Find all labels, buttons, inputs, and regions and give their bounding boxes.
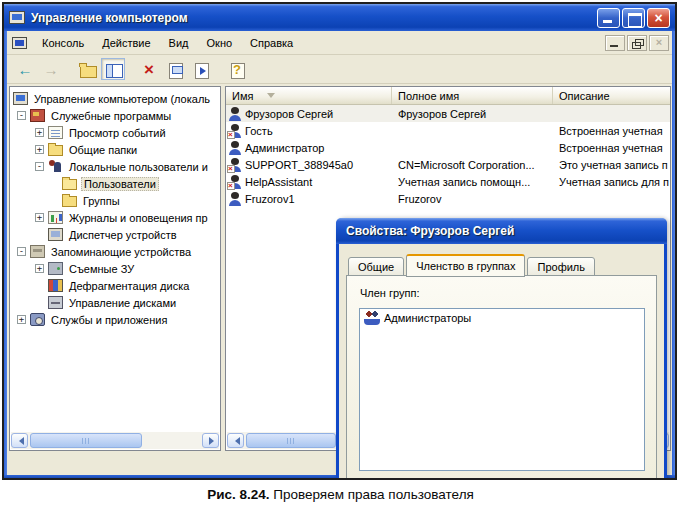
tree-item-icon <box>48 160 63 173</box>
tree-expander-icon[interactable]: + <box>35 264 44 273</box>
tree-item-icon <box>48 262 63 275</box>
Fruzorov1[interactable]: Fruzorov1 Fruzorov <box>226 190 670 207</box>
user-full-name: CN=Microsoft Corporation... <box>398 159 535 171</box>
screenshot-frame: Управление компьютером × Консоль Действи… <box>2 2 677 480</box>
user-description: Учетная запись для п <box>559 176 669 188</box>
user-full-name: Fruzorov <box>398 193 441 205</box>
menu-items: Консоль Действие Вид Окно Справка <box>33 34 302 52</box>
minimize-button[interactable] <box>597 8 620 28</box>
scroll-left-button[interactable] <box>11 433 28 448</box>
user-icon <box>228 107 242 121</box>
tree-item[interactable]: Группы <box>10 192 220 209</box>
dialog-tab[interactable]: Профиль <box>527 257 595 276</box>
tree-item-icon <box>48 145 63 156</box>
Фрузоров Сергей[interactable]: Фрузоров Сергей Фрузоров Сергей <box>226 105 670 122</box>
book-page: Управление компьютером × Консоль Действи… <box>0 0 681 514</box>
tree-item-label: Управление дисками <box>67 297 178 309</box>
dialog-tab[interactable]: Членство в группах <box>406 254 525 277</box>
tree-expander-icon[interactable]: + <box>35 128 44 137</box>
menu-item[interactable]: Вид <box>160 34 198 52</box>
mdi-restore-button[interactable] <box>627 35 647 51</box>
scrollbar-thumb[interactable] <box>30 433 142 448</box>
group-listbox[interactable]: Администраторы <box>359 308 645 471</box>
forward-button[interactable]: → <box>39 58 63 80</box>
show-hide-tree-button[interactable] <box>101 58 125 80</box>
tree-expander-icon[interactable]: - <box>17 247 26 256</box>
tree-item[interactable]: Пользователи <box>10 175 220 192</box>
group-list-item[interactable]: Администраторы <box>360 309 644 327</box>
titlebar-buttons: × <box>595 8 670 28</box>
tree-expander-icon[interactable]: + <box>17 315 26 324</box>
list-header: Имя Полное имя Описание <box>226 87 670 105</box>
user-name: HelpAssistant <box>245 176 312 188</box>
maximize-button[interactable] <box>622 8 645 28</box>
tree-item[interactable]: +Службы и приложения <box>10 311 220 328</box>
dialog-tab-label: Членство в группах <box>416 260 515 272</box>
tree-item[interactable]: +Съемные ЗУ <box>10 260 220 277</box>
column-header[interactable]: Имя <box>226 87 392 104</box>
sort-indicator-icon <box>267 93 275 98</box>
menu-item[interactable]: Консоль <box>33 34 93 52</box>
column-header[interactable]: Описание <box>553 87 670 104</box>
properties-button[interactable] <box>163 58 187 80</box>
Гость[interactable]: Гость Встроенная учетная <box>226 122 670 139</box>
scrollbar-thumb[interactable] <box>246 433 336 448</box>
scroll-right-button[interactable] <box>202 433 219 448</box>
back-button[interactable]: ← <box>13 58 37 80</box>
mdi-minimize-button[interactable] <box>605 35 625 51</box>
tree-item-label: Съемные ЗУ <box>67 263 136 275</box>
user-icon <box>228 141 242 155</box>
tree-item-label: Общие папки <box>67 144 139 156</box>
delete-button[interactable]: × <box>137 58 161 80</box>
tree-item[interactable]: -Локальные пользователи и <box>10 158 220 175</box>
disabled-badge-icon <box>227 165 235 173</box>
window-title: Управление компьютером <box>31 11 595 25</box>
up-folder-button[interactable] <box>75 58 99 80</box>
figure-caption-text: Проверяем права пользователя <box>270 487 474 502</box>
tree-item[interactable]: +Просмотр событий <box>10 124 220 141</box>
menu-item[interactable]: Окно <box>198 34 242 52</box>
dialog-tab-label: Профиль <box>537 261 585 273</box>
tree-expander-icon[interactable]: - <box>35 162 44 171</box>
help-button[interactable]: ? <box>225 58 249 80</box>
tree-item[interactable]: Управление компьютером (локаль <box>10 90 220 107</box>
mdi-close-button[interactable]: × <box>649 35 669 51</box>
export-list-button[interactable] <box>189 58 213 80</box>
scroll-left-button[interactable] <box>227 433 244 448</box>
column-header[interactable]: Полное имя <box>392 87 553 104</box>
toolbar-icon: × <box>144 61 154 78</box>
window-border-left <box>4 31 7 478</box>
SUPPORT_388945a0[interactable]: SUPPORT_388945a0 CN=Microsoft Corporatio… <box>226 156 670 173</box>
user-name: Фрузоров Сергей <box>245 108 333 120</box>
close-button[interactable]: × <box>647 8 670 28</box>
tree-item[interactable]: -Служебные программы <box>10 107 220 124</box>
dialog-titlebar[interactable]: Свойства: Фрузоров Сергей <box>336 218 667 244</box>
tree-item[interactable]: -Запоминающие устройства <box>10 243 220 260</box>
HelpAssistant[interactable]: HelpAssistant Учетная запись помощн... У… <box>226 173 670 190</box>
tree-item-icon <box>62 179 77 190</box>
menu-item[interactable]: Действие <box>93 34 159 52</box>
tree: Управление компьютером (локаль -Служебны… <box>10 88 220 432</box>
dialog-title: Свойства: Фрузоров Сергей <box>346 224 514 238</box>
menu-item[interactable]: Справка <box>241 34 302 52</box>
tree-item-icon <box>30 109 45 122</box>
dialog-tab-label: Общие <box>358 261 394 273</box>
tree-horizontal-scrollbar[interactable] <box>11 432 219 449</box>
tree-expander-icon[interactable]: - <box>17 111 26 120</box>
tree-item[interactable]: Дефрагментация диска <box>10 277 220 294</box>
Администратор[interactable]: Администратор Встроенная учетная <box>226 139 670 156</box>
toolbar-buttons: ← → × ? <box>13 58 251 80</box>
tree-item[interactable]: +Журналы и оповещения пр <box>10 209 220 226</box>
user-icon <box>228 175 242 189</box>
tree-item-label: Управление компьютером (локаль <box>32 93 212 105</box>
dialog-tab[interactable]: Общие <box>348 257 404 276</box>
user-list: Фрузоров Сергей Фрузоров Сергей Гость Вс… <box>226 105 670 207</box>
tree-item[interactable]: Диспетчер устройств <box>10 226 220 243</box>
tree-expander-icon[interactable]: + <box>35 145 44 154</box>
tree-item[interactable]: +Общие папки <box>10 141 220 158</box>
toolbar-icon: → <box>44 62 59 77</box>
disabled-badge-icon <box>227 182 235 190</box>
tree-item[interactable]: Управление дисками <box>10 294 220 311</box>
tree-expander-icon[interactable]: + <box>35 213 44 222</box>
tree-item-label: Запоминающие устройства <box>49 246 193 258</box>
